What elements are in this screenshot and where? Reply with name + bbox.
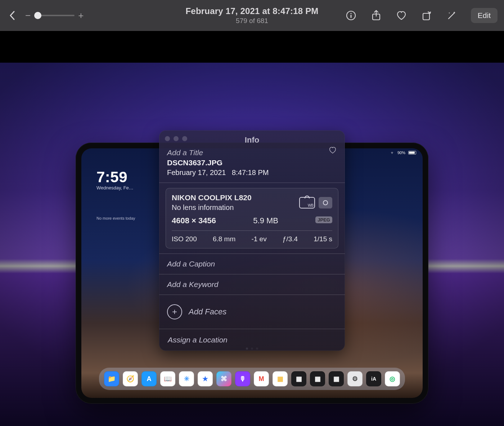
metering-icon: [319, 197, 332, 208]
dimensions: 4608 × 3456: [172, 216, 216, 225]
favorite-icon[interactable]: [395, 9, 408, 22]
faces-section: + Add Faces: [159, 295, 345, 329]
focal-length: 6.8 mm: [213, 235, 235, 243]
zoom-plus[interactable]: +: [78, 10, 84, 21]
info-panel: Info Add a Title DSCN3637.JPG February 1…: [159, 130, 345, 351]
photo-datetime: February 17, 2021 at 8:47:18 PM: [185, 6, 318, 16]
edit-button[interactable]: Edit: [471, 8, 498, 23]
camera-model: NIKON COOLPIX L820: [172, 193, 252, 202]
location-input[interactable]: Assign a Location: [159, 329, 345, 351]
zoom-minus[interactable]: −: [25, 10, 31, 21]
lens-info: No lens information: [172, 203, 252, 212]
add-face-button[interactable]: +: [167, 304, 182, 319]
title-input[interactable]: Add a Title: [167, 148, 337, 157]
info-favorite-icon[interactable]: [328, 146, 337, 154]
caption-input[interactable]: Add a Caption: [159, 254, 345, 274]
back-button[interactable]: [6, 9, 19, 22]
shutter-speed: 1/15 s: [314, 235, 332, 243]
filename: DSCN3637.JPG: [167, 158, 337, 167]
exposure-comp: -1 ev: [251, 235, 266, 243]
ipad-status-bar: ᯤ90%: [391, 151, 416, 155]
svg-rect-2: [350, 15, 351, 18]
info-icon[interactable]: [345, 9, 357, 22]
ipad-widget-text: No more events today: [96, 216, 135, 221]
ipad-date: Wednesday, Fe…: [96, 185, 135, 190]
info-time: 8:47:18 PM: [232, 169, 269, 176]
enhance-icon[interactable]: [446, 9, 458, 22]
ipad-dock: 📁 🧭 A 📖 ✳︎ ★ ⌘ 🎙 M ▦ ▦ ▦ ▦ ⚙︎ iA ◎: [99, 368, 405, 390]
photo-counter: 579 of 681: [185, 17, 318, 25]
rotate-icon[interactable]: [420, 9, 433, 22]
share-icon[interactable]: [370, 9, 382, 22]
keyword-input[interactable]: Add a Keyword: [159, 274, 345, 295]
filesize: 5.9 MB: [253, 216, 278, 225]
photos-toolbar: − + February 17, 2021 at 8:47:18 PM 579 …: [0, 0, 504, 31]
format-badge: JPEG: [315, 216, 332, 223]
svg-rect-4: [423, 13, 429, 20]
zoom-slider[interactable]: [34, 11, 75, 20]
camera-metadata-box: NIKON COOLPIX L820 No lens information W…: [166, 188, 338, 248]
faces-label: Add Faces: [189, 307, 226, 317]
info-date: February 17, 2021: [167, 169, 226, 176]
traffic-lights[interactable]: [165, 136, 187, 141]
wb-icon: WB: [299, 197, 315, 208]
aperture: ƒ/3.4: [283, 235, 298, 243]
ipad-clock: 7:59: [96, 169, 135, 186]
svg-point-1: [350, 13, 351, 14]
iso: ISO 200: [172, 235, 197, 243]
